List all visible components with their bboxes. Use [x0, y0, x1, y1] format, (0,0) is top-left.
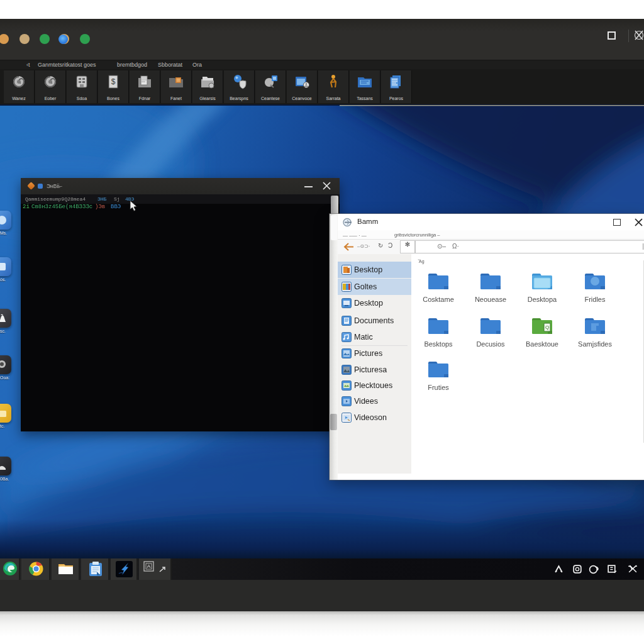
svg-text:$: $: [111, 77, 116, 86]
svg-text:Q: Q: [545, 325, 549, 330]
